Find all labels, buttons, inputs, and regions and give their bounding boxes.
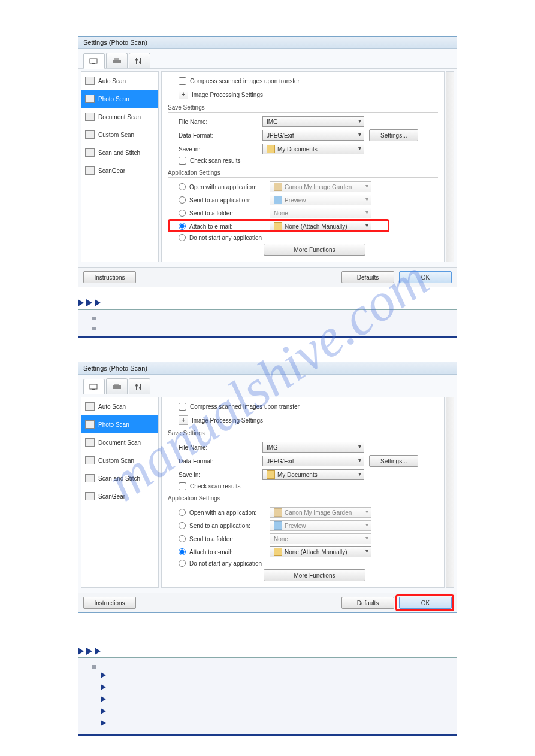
- check-results-checkbox[interactable]: [179, 157, 186, 165]
- check-results-label: Check scan results: [190, 483, 240, 490]
- sidebar-item-scangear[interactable]: ScanGear: [81, 162, 158, 180]
- svg-rect-8: [90, 384, 97, 389]
- sidebar-item-label: Photo Scan: [98, 421, 129, 428]
- no-start-radio[interactable]: [179, 234, 186, 241]
- ok-button[interactable]: OK: [399, 597, 452, 609]
- save-in-combo[interactable]: My Documents: [262, 144, 364, 154]
- send-app-combo[interactable]: Preview: [270, 195, 371, 205]
- attach-email-radio[interactable]: [179, 223, 186, 230]
- data-format-settings-button[interactable]: Settings...: [369, 455, 418, 467]
- sidebar-item-document-scan[interactable]: Document Scan: [81, 433, 158, 451]
- no-start-label: Do not start any application: [189, 560, 262, 567]
- app-settings-header: Application Settings: [168, 495, 438, 503]
- data-format-combo[interactable]: JPEG/Exif: [262, 130, 364, 141]
- svg-rect-11: [114, 384, 119, 385]
- tab-scan-from-computer[interactable]: [83, 379, 105, 394]
- file-name-label: File Name:: [179, 119, 262, 125]
- data-format-combo[interactable]: JPEG/Exif: [262, 456, 364, 466]
- sidebar-item-label: Scan and Stitch: [98, 150, 140, 156]
- send-folder-combo[interactable]: None: [270, 208, 371, 218]
- open-app-combo[interactable]: Canon My Image Garden: [270, 181, 371, 192]
- attach-email-radio[interactable]: [179, 548, 186, 555]
- compress-checkbox[interactable]: [179, 403, 186, 411]
- attach-email-combo[interactable]: None (Attach Manually): [270, 546, 371, 557]
- arrow-right-icon: [101, 684, 106, 690]
- attach-email-combo[interactable]: None (Attach Manually): [270, 221, 371, 232]
- sidebar-item-custom-scan[interactable]: Custom Scan: [81, 451, 158, 469]
- file-name-combo[interactable]: IMG: [262, 442, 364, 453]
- arrow-right-icon: [101, 708, 106, 714]
- ips-label: Image Processing Settings: [192, 417, 263, 424]
- settings-dialog-1: Settings (Photo Scan) Auto Scan Photo Sc…: [78, 36, 457, 287]
- note-box-1: [78, 309, 457, 338]
- mail-folder-icon: [274, 222, 282, 230]
- sidebar-item-label: Document Scan: [98, 114, 141, 120]
- open-app-label: Open with an application:: [189, 509, 266, 516]
- no-start-radio[interactable]: [179, 560, 186, 567]
- document-scan-icon: [85, 113, 95, 121]
- main-panel: Compress scanned images upon transfer +I…: [161, 397, 445, 588]
- open-app-combo[interactable]: Canon My Image Garden: [270, 507, 371, 518]
- more-functions-button[interactable]: More Functions: [264, 569, 365, 581]
- open-app-radio[interactable]: [179, 509, 186, 516]
- scrollbar[interactable]: [446, 397, 454, 588]
- send-folder-radio[interactable]: [179, 535, 186, 542]
- sidebar-item-label: ScanGear: [98, 493, 125, 500]
- note-box-2: [78, 657, 457, 736]
- sidebar-item-label: Document Scan: [98, 439, 141, 446]
- defaults-button[interactable]: Defaults: [341, 271, 394, 283]
- more-functions-button[interactable]: More Functions: [264, 244, 365, 256]
- app-settings-header: Application Settings: [168, 169, 438, 178]
- file-name-combo[interactable]: IMG: [262, 116, 364, 127]
- file-name-label: File Name:: [179, 444, 262, 451]
- open-app-radio[interactable]: [179, 183, 186, 190]
- send-folder-label: Send to a folder:: [189, 210, 266, 217]
- svg-point-14: [135, 384, 138, 387]
- tab-scan-from-panel[interactable]: [106, 53, 128, 68]
- preview-icon: [274, 521, 282, 530]
- sidebar-item-auto-scan[interactable]: Auto Scan: [81, 397, 158, 415]
- send-folder-combo[interactable]: None: [270, 533, 371, 544]
- send-app-radio[interactable]: [179, 196, 186, 204]
- stitch-icon: [85, 474, 95, 482]
- sidebar-item-label: Photo Scan: [98, 96, 129, 102]
- expand-ips-button[interactable]: +: [179, 90, 188, 99]
- save-in-label: Save in:: [179, 146, 262, 153]
- data-format-settings-button[interactable]: Settings...: [369, 129, 418, 141]
- instructions-button[interactable]: Instructions: [83, 597, 136, 609]
- sidebar-item-scan-and-stitch[interactable]: Scan and Stitch: [81, 469, 158, 487]
- tab-scan-from-computer[interactable]: [83, 53, 105, 69]
- sidebar-item-label: Auto Scan: [98, 78, 126, 84]
- compress-checkbox[interactable]: [179, 77, 186, 85]
- save-in-label: Save in:: [179, 472, 262, 478]
- attach-email-label: Attach to e-mail:: [189, 549, 266, 555]
- ok-button[interactable]: OK: [399, 271, 452, 283]
- save-in-combo[interactable]: My Documents: [262, 469, 364, 480]
- bullet-icon: [92, 327, 96, 330]
- sidebar-item-scangear[interactable]: ScanGear: [81, 487, 158, 505]
- svg-point-15: [139, 387, 141, 389]
- sidebar-item-document-scan[interactable]: Document Scan: [81, 108, 158, 126]
- sidebar-item-photo-scan[interactable]: Photo Scan: [81, 415, 158, 433]
- tab-general-prefs[interactable]: [129, 53, 150, 68]
- sidebar-item-custom-scan[interactable]: Custom Scan: [81, 126, 158, 144]
- tab-scan-from-panel[interactable]: [106, 378, 128, 394]
- sidebar-item-auto-scan[interactable]: Auto Scan: [81, 72, 158, 90]
- stitch-icon: [85, 148, 95, 157]
- instructions-button[interactable]: Instructions: [83, 271, 136, 283]
- tab-general-prefs[interactable]: [129, 378, 150, 394]
- data-format-label: Data Format:: [179, 132, 262, 139]
- send-app-radio[interactable]: [179, 522, 186, 529]
- tab-row: [78, 49, 457, 69]
- scrollbar[interactable]: [446, 71, 454, 262]
- check-results-checkbox[interactable]: [179, 482, 186, 490]
- save-settings-header: Save Settings: [168, 104, 438, 113]
- sidebar-item-photo-scan[interactable]: Photo Scan: [81, 90, 158, 108]
- sidebar-item-scan-and-stitch[interactable]: Scan and Stitch: [81, 144, 158, 162]
- sidebar-item-label: Custom Scan: [98, 457, 134, 464]
- send-app-combo[interactable]: Preview: [270, 520, 371, 531]
- send-folder-radio[interactable]: [179, 210, 186, 217]
- defaults-button[interactable]: Defaults: [341, 597, 394, 609]
- chevron-icon: [95, 648, 101, 655]
- expand-ips-button[interactable]: +: [179, 415, 188, 425]
